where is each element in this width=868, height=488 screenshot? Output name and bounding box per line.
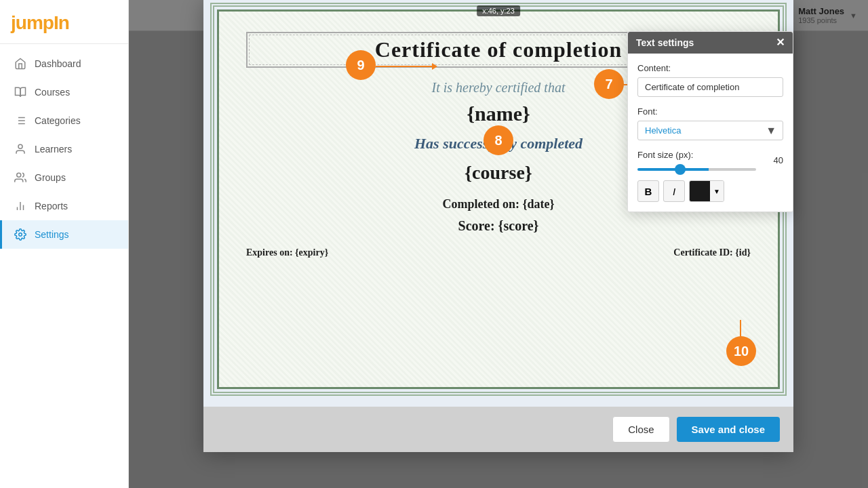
- sidebar-item-label: Courses: [35, 87, 70, 98]
- text-settings-panel: Text settings ✕ Content: Font: Helvetica…: [627, 31, 793, 212]
- logo-main: jump: [11, 12, 54, 33]
- gear-icon: [13, 227, 28, 242]
- svg-point-7: [17, 173, 21, 177]
- step-marker-7: 7: [594, 69, 624, 99]
- color-dropdown-arrow: ▼: [710, 181, 724, 201]
- logo: jumpIn: [0, 0, 128, 44]
- coord-label: x:46, y:23: [477, 5, 520, 16]
- step-marker-7-label: 7: [605, 77, 612, 92]
- sidebar-item-courses[interactable]: Courses: [0, 78, 128, 106]
- font-size-row: Font size (px): 40: [637, 150, 783, 171]
- color-swatch: [690, 181, 710, 201]
- book-icon: [13, 85, 28, 100]
- font-label: Font:: [637, 106, 783, 117]
- close-button[interactable]: Close: [612, 416, 669, 443]
- sidebar-item-categories[interactable]: Categories: [0, 106, 128, 135]
- sidebar-item-dashboard[interactable]: Dashboard: [0, 49, 128, 78]
- cert-id: Certificate ID: {id}: [673, 247, 751, 258]
- logo-accent: In: [54, 12, 69, 33]
- font-size-label: Font size (px):: [637, 150, 756, 160]
- svg-point-6: [18, 144, 22, 148]
- chart-icon: [13, 199, 28, 214]
- sidebar-item-reports[interactable]: Reports: [0, 192, 128, 220]
- step-marker-8: 8: [484, 125, 513, 155]
- font-select-wrapper: Helvetica Arial Georgia Times New Roman …: [637, 121, 783, 140]
- user-icon: [13, 142, 28, 157]
- step-marker-10: 10: [726, 336, 756, 366]
- cert-expiry: Expires on: {expiry}: [246, 247, 328, 258]
- panel-body: Content: Font: Helvetica Arial Georgia T…: [628, 54, 793, 211]
- modal-overlay: x:46, y:23 Certificate of completion It …: [129, 0, 868, 488]
- step-marker-9-label: 9: [357, 58, 364, 73]
- sidebar-item-label: Settings: [35, 229, 69, 240]
- font-size-slider[interactable]: [637, 168, 756, 171]
- save-close-button[interactable]: Save and close: [677, 417, 780, 442]
- step-9-arrow: [376, 66, 433, 67]
- cert-score: Score: {score}: [246, 218, 751, 234]
- panel-title: Text settings: [636, 37, 694, 48]
- modal: x:46, y:23 Certificate of completion It …: [203, 0, 793, 452]
- home-icon: [13, 56, 28, 71]
- sidebar-item-label: Dashboard: [35, 58, 81, 69]
- sidebar-item-settings[interactable]: Settings: [0, 220, 128, 249]
- format-row: B I ▼: [637, 180, 783, 202]
- font-select[interactable]: Helvetica Arial Georgia Times New Roman: [637, 121, 783, 140]
- sidebar-nav: Dashboard Courses Categories Learners Gr…: [0, 44, 128, 249]
- font-size-value: 40: [763, 155, 783, 165]
- content-input[interactable]: [637, 77, 783, 97]
- logo-text: jumpIn: [11, 12, 117, 34]
- panel-header: Text settings ✕: [628, 32, 793, 54]
- sidebar-item-label: Learners: [35, 144, 72, 155]
- svg-point-11: [19, 233, 22, 237]
- bold-button[interactable]: B: [637, 180, 659, 202]
- close-icon[interactable]: ✕: [776, 37, 785, 48]
- step-marker-9: 9: [346, 50, 376, 80]
- sidebar-item-label: Categories: [35, 115, 81, 126]
- italic-button[interactable]: I: [663, 180, 685, 202]
- sidebar-item-groups[interactable]: Groups: [0, 163, 128, 192]
- main-content: Matt Jones 1935 points ▼ x:46, y:23 Cert…: [129, 0, 868, 488]
- sidebar: jumpIn Dashboard Courses Categories Le: [0, 0, 129, 488]
- sidebar-item-label: Groups: [35, 172, 66, 183]
- list-icon: [13, 113, 28, 128]
- cert-footer: Expires on: {expiry} Certificate ID: {id…: [246, 247, 751, 258]
- step-marker-10-label: 10: [734, 344, 749, 359]
- color-picker[interactable]: ▼: [689, 180, 724, 202]
- sidebar-item-learners[interactable]: Learners: [0, 135, 128, 163]
- content-label: Content:: [637, 63, 783, 73]
- sidebar-item-label: Reports: [35, 201, 68, 211]
- modal-footer: Close Save and close: [203, 407, 793, 452]
- users-icon: [13, 170, 28, 185]
- step-marker-8-label: 8: [494, 133, 502, 148]
